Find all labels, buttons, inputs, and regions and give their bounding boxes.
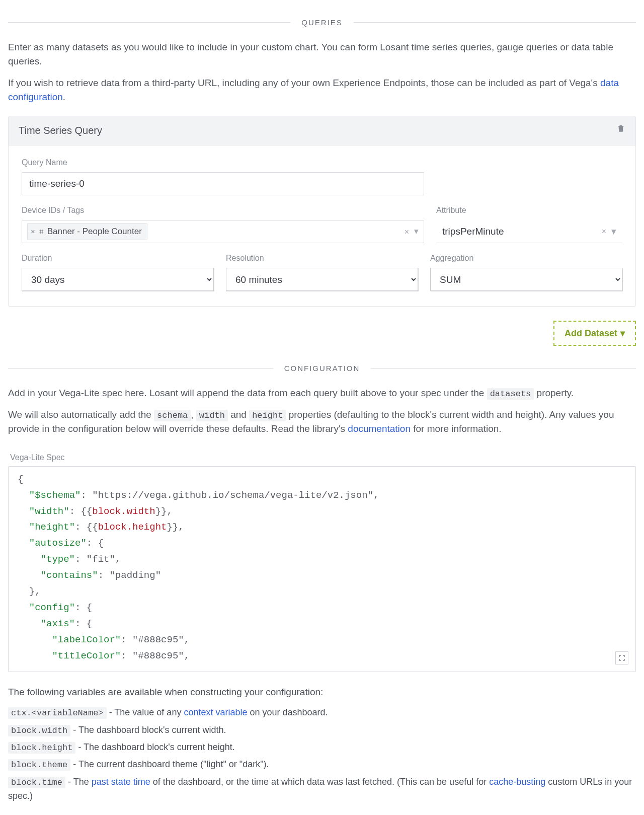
variable-code: ctx.<variableName> [8, 707, 107, 719]
variable-code: block.theme [8, 759, 70, 771]
variable-line: block.theme - The current dashboard them… [8, 758, 636, 772]
resolution-select[interactable]: 60 minutes [226, 268, 418, 291]
code-schema: schema [154, 410, 191, 421]
clear-device-icon[interactable]: × [405, 226, 409, 238]
chevron-down-icon[interactable]: ▾ [611, 225, 616, 239]
vega-lite-spec-editor[interactable]: { "$schema": "https://vega.github.io/sch… [8, 466, 636, 672]
variable-code: block.time [8, 777, 65, 788]
panel-header: Time Series Query [9, 116, 635, 145]
resolution-label: Resolution [226, 252, 418, 264]
aggregation-label: Aggregation [430, 252, 622, 264]
variable-code: block.width [8, 725, 70, 736]
chevron-down-icon: ▾ [620, 328, 625, 339]
variable-line: block.time - The past state time of the … [8, 775, 636, 803]
time-series-query-panel: Time Series Query Query Name Device IDs … [8, 116, 636, 307]
duration-select[interactable]: 30 days [22, 268, 214, 291]
clear-attribute-icon[interactable]: × [602, 226, 606, 237]
configuration-section-title: CONFIGURATION [273, 363, 371, 374]
query-name-label: Query Name [22, 157, 424, 168]
queries-intro-p2: If you wish to retrieve data from a thir… [8, 76, 636, 105]
code-height: height [249, 410, 286, 421]
documentation-link[interactable]: documentation [348, 423, 411, 434]
variable-code: block.height [8, 742, 75, 754]
config-intro-p1: Add in your Vega-Lite spec here. Losant … [8, 386, 636, 401]
attribute-value: tripsPerMinute [442, 225, 504, 239]
device-chip-label: Banner - People Counter [47, 226, 142, 238]
device-ids-label: Device IDs / Tags [22, 204, 424, 216]
configuration-section-divider: CONFIGURATION [8, 363, 636, 374]
chevron-down-icon[interactable]: ▾ [414, 226, 419, 238]
code-datasets: datasets [487, 388, 534, 400]
variable-line: block.height - The dashboard block's cur… [8, 740, 636, 755]
query-name-input[interactable] [22, 172, 424, 195]
code-width: width [196, 410, 228, 421]
variable-link[interactable]: cache-busting [489, 777, 545, 787]
attribute-label: Attribute [436, 204, 622, 216]
device-chip: × ⌗ Banner - People Counter [27, 223, 147, 241]
device-icon: ⌗ [39, 226, 43, 237]
variable-line: block.width - The dashboard block's curr… [8, 723, 636, 737]
variable-link[interactable]: past state time [92, 777, 150, 787]
variable-line: ctx.<variableName> - The value of any co… [8, 706, 636, 720]
config-intro-p2: We will also automatically add the schem… [8, 408, 636, 436]
queries-intro-p1: Enter as many datasets as you would like… [8, 40, 636, 69]
device-ids-select[interactable]: × ⌗ Banner - People Counter × ▾ [22, 220, 424, 243]
trash-icon[interactable] [616, 123, 625, 137]
remove-chip-icon[interactable]: × [31, 226, 39, 237]
expand-icon[interactable] [615, 651, 628, 664]
aggregation-select[interactable]: SUM [430, 268, 622, 291]
panel-title: Time Series Query [19, 123, 102, 138]
duration-label: Duration [22, 252, 214, 264]
queries-section-divider: QUERIES [8, 17, 636, 28]
attribute-select[interactable]: tripsPerMinute × ▾ [436, 220, 622, 243]
variables-intro: The following variables are available wh… [8, 685, 636, 699]
code-content[interactable]: { "$schema": "https://vega.github.io/sch… [9, 467, 635, 672]
add-dataset-button[interactable]: Add Dataset ▾ [553, 321, 636, 346]
queries-section-title: QUERIES [290, 17, 354, 28]
vega-lite-spec-label: Vega-Lite Spec [10, 452, 636, 463]
variable-link[interactable]: context variable [184, 707, 247, 717]
